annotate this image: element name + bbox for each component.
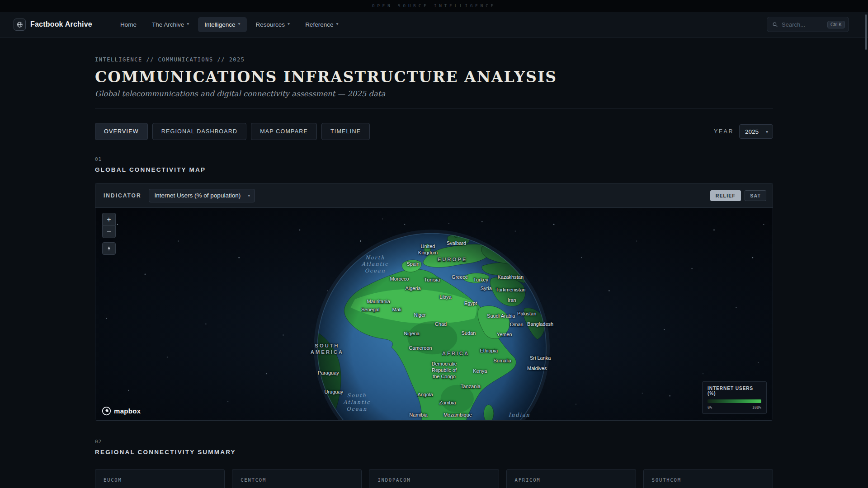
brand-name: Factbook Archive [30, 20, 92, 28]
indicator-select[interactable]: Internet Users (% of population) ▾ [149, 189, 255, 202]
chevron-down-icon: ▾ [766, 129, 768, 134]
map-canvas[interactable]: North Atlantic OceanSouth Atlantic Ocean… [95, 208, 773, 420]
chevron-down-icon: ▾ [238, 21, 241, 26]
section-number: 01 [95, 156, 773, 162]
region-code: CENTCOM [241, 477, 353, 483]
year-label: YEAR [714, 128, 734, 135]
year-control: YEAR 2025 ▾ [714, 124, 773, 139]
chevron-down-icon: ▾ [248, 193, 250, 198]
region-code: INDOPACOM [377, 477, 490, 483]
chevron-down-icon: ▾ [336, 21, 338, 26]
legend-title: INTERNET USERS (%) [708, 386, 761, 396]
map-zoom-controls: + − [102, 213, 116, 255]
nav-item-resources[interactable]: Resources▾ [250, 17, 297, 32]
compass-needle-icon [106, 245, 112, 252]
tab-timeline[interactable]: TIMELINE [321, 123, 370, 140]
region-code: SOUTHCOM [652, 477, 764, 483]
region-code: AFRICOM [515, 477, 627, 483]
main-content: INTELLIGENCE // COMMUNICATIONS // 2025 C… [95, 38, 773, 488]
chevron-down-icon: ▾ [288, 21, 290, 26]
indicator-label: INDICATOR [104, 192, 142, 199]
nav-item-label: Reference [305, 21, 333, 28]
tab-map-compare[interactable]: MAP COMPARE [251, 123, 317, 140]
nav-item-label: The Archive [152, 21, 184, 28]
nav-item-the-archive[interactable]: The Archive▾ [146, 17, 195, 32]
region-card-africom: AFRICOMAfrica [506, 469, 636, 488]
section-title-regional: REGIONAL CONNECTIVITY SUMMARY [95, 449, 773, 455]
mapbox-attribution[interactable]: mapbox [102, 406, 141, 416]
region-card-eucom: EUCOMEurope & Eurasia [95, 469, 225, 488]
region-card-indopacom: INDOPACOMIndo-Pacific [369, 469, 499, 488]
year-value: 2025 [745, 128, 759, 135]
top-strip: OPEN SOURCE INTELLIGENCE [0, 0, 868, 12]
page-title: COMMUNICATIONS INFRASTRUCTURE ANALYSIS [95, 68, 773, 86]
compass-button[interactable] [102, 242, 116, 255]
search-box[interactable]: Search... Ctrl K [767, 17, 849, 32]
scrollbar-thumb[interactable] [865, 14, 867, 50]
legend-max: 100% [752, 405, 761, 410]
brand[interactable]: Factbook Archive [14, 19, 92, 31]
section-number: 02 [95, 439, 773, 445]
tagline: OPEN SOURCE INTELLIGENCE [372, 4, 496, 8]
navbar: Factbook Archive HomeThe Archive▾Intelli… [0, 12, 868, 38]
indicator-value: Internet Users (% of population) [155, 192, 241, 199]
legend-min: 0% [708, 405, 712, 410]
tab-regional-dashboard[interactable]: REGIONAL DASHBOARD [152, 123, 246, 140]
nav-item-label: Intelligence [204, 21, 235, 28]
nav-item-label: Resources [256, 21, 285, 28]
zoom-in-button[interactable]: + [102, 213, 116, 225]
legend-gradient-bar [708, 399, 761, 403]
map-style-relief-button[interactable]: RELIEF [710, 190, 741, 201]
region-card-southcom: SOUTHCOMCentral & South America [643, 469, 773, 488]
map-style-sat-button[interactable]: SAT [745, 190, 766, 201]
globe-graphic [95, 208, 773, 420]
nav-item-reference[interactable]: Reference▾ [299, 17, 344, 32]
year-select[interactable]: 2025 ▾ [739, 124, 773, 139]
nav-item-label: Home [120, 21, 137, 28]
mapbox-wordmark: mapbox [114, 407, 141, 415]
nav-item-home[interactable]: Home [114, 17, 143, 32]
map-panel: INDICATOR Internet Users (% of populatio… [95, 183, 773, 421]
view-tabs: OVERVIEWREGIONAL DASHBOARDMAP COMPARETIM… [95, 123, 370, 140]
map-style-toggle: RELIEFSAT [707, 190, 766, 201]
region-cards: EUCOMEurope & EurasiaCENTCOMMiddle East … [95, 469, 773, 488]
zoom-out-button[interactable]: − [102, 225, 116, 238]
nav-links: HomeThe Archive▾Intelligence▾Resources▾R… [114, 17, 345, 32]
divider [95, 108, 773, 108]
region-code: EUCOM [104, 477, 216, 483]
chevron-down-icon: ▾ [187, 21, 189, 26]
page-subtitle: Global telecommunications and digital co… [95, 89, 773, 98]
search-placeholder: Search... [782, 21, 824, 28]
search-icon [772, 22, 778, 28]
globe-logo-icon [14, 19, 26, 31]
tab-overview[interactable]: OVERVIEW [95, 123, 148, 140]
nav-item-intelligence[interactable]: Intelligence▾ [198, 17, 246, 32]
mapbox-icon [102, 406, 111, 416]
region-card-centcom: CENTCOMMiddle East & Central Asia [232, 469, 362, 488]
breadcrumb: INTELLIGENCE // COMMUNICATIONS // 2025 [95, 56, 773, 63]
section-title-map: GLOBAL CONNECTIVITY MAP [95, 166, 773, 173]
tabs-row: OVERVIEWREGIONAL DASHBOARDMAP COMPARETIM… [95, 123, 773, 140]
map-legend: INTERNET USERS (%) 0% 100% [702, 381, 767, 414]
search-shortcut: Ctrl K [827, 21, 845, 28]
map-toolbar: INDICATOR Internet Users (% of populatio… [95, 183, 773, 208]
